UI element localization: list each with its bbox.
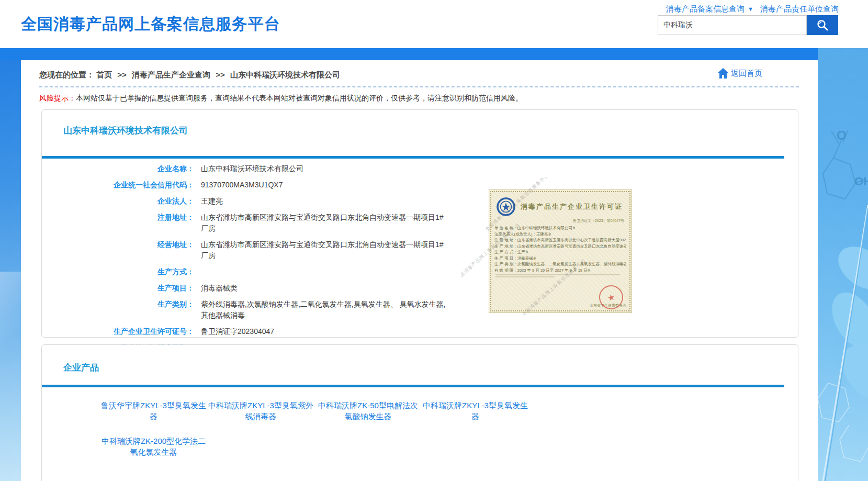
- certificate-header: 消毒产品生产企业卫生许可证: [494, 197, 626, 216]
- product-link[interactable]: 鲁沃华宇牌ZKYL-3型臭氧发生器: [100, 400, 207, 422]
- home-icon: [716, 67, 730, 80]
- field-row-production-mode: 生产方式：: [42, 264, 455, 280]
- panel-title-underline: [42, 385, 784, 387]
- company-panel-title: 山东中科瑞沃环境技术有限公司: [63, 125, 188, 137]
- page: O OH 全国消毒产品网上备案信息服务平台 消毒产品备案信息查询▼ 消毒产品责任…: [0, 0, 868, 481]
- company-panel: 山东中科瑞沃环境技术有限公司 企业名称：山东中科瑞沃环境技术有限公司 企业统一社…: [41, 109, 798, 338]
- field-row-production-project: 生产项目：消毒器械类: [42, 280, 455, 296]
- breadcrumb: 您现在的位置： 首页 >> 消毒产品生产企业查询 >> 山东中科瑞沃环境技术有限…: [39, 70, 340, 80]
- field-row-registered-address: 注册地址：山东省潍坊市高新区潍安路与宝通街交叉路口东北角自动变速器一期项目1#厂…: [42, 209, 455, 237]
- certificate-line: 生 产 类 别：次氯酸钠发生器、二氧化氯发生器、臭氧发生器、紫外线消毒器: [494, 261, 626, 267]
- svg-text:O: O: [837, 128, 847, 142]
- product-link[interactable]: 中科瑞沃牌ZKYL-3型臭氧紫外线消毒器: [207, 400, 314, 422]
- products-panel-title: 企业产品: [63, 362, 99, 374]
- breadcrumb-home[interactable]: 首页: [96, 70, 112, 79]
- search-icon: [816, 19, 829, 31]
- certificate-body: 消毒产品生产企业卫生许可证 鲁卫消证字（2023）第04047号 单 位 名 称…: [489, 189, 632, 313]
- search-input[interactable]: [658, 15, 807, 35]
- product-grid: 鲁沃华宇牌ZKYL-3型臭氧发生器 中科瑞沃牌ZKYL-3型臭氧紫外线消毒器 中…: [100, 400, 539, 471]
- certificate-title: 消毒产品生产企业卫生许可证: [521, 202, 623, 211]
- breadcrumb-separator: >>: [117, 70, 127, 79]
- site-title: 全国消毒产品网上备案信息服务平台: [21, 14, 280, 35]
- search-bar: [658, 15, 838, 35]
- certificate-number: 鲁卫消证字（2023）第04047号: [494, 218, 626, 223]
- chemistry-art: O OH: [818, 48, 868, 481]
- field-row-legal-person: 企业法人：王建亮: [42, 193, 455, 209]
- certificate-line: 注 册 地 址：山东省潍坊市高新区玉清东街以北中心次干道以西高新大厦902号科苑: [494, 237, 626, 243]
- breadcrumb-separator: >>: [216, 70, 225, 79]
- product-link[interactable]: 中科瑞沃牌ZK-200型化学法二氧化氯发生器: [100, 435, 207, 457]
- svg-text:OH: OH: [854, 175, 868, 188]
- header-blue-band: [0, 48, 868, 60]
- dashed-divider: [39, 86, 799, 87]
- nav-link-label: 消毒产品备案信息查询: [666, 4, 745, 13]
- search-button[interactable]: [807, 15, 838, 35]
- certificate-line: 有 效 期 限：2023 年 9 月 20 日至 2027 年 9 月 19 日…: [494, 267, 626, 274]
- certificate-fine-print: [494, 274, 626, 277]
- panel-title-underline: [42, 156, 784, 159]
- risk-notice: 风险提示：本网站仅基于已掌握的信息提供查询服务，查询结果不代表本网站对被查询对象…: [39, 94, 523, 103]
- risk-text: 本网站仅基于已掌握的信息提供查询服务，查询结果不代表本网站对被查询对象信用状况的…: [76, 94, 523, 102]
- breadcrumb-current: 山东中科瑞沃环境技术有限公司: [230, 70, 340, 79]
- top-nav: 消毒产品备案信息查询▼ 消毒产品责任单位查询: [666, 4, 839, 14]
- company-fields: 企业名称：山东中科瑞沃环境技术有限公司 企业统一社会信用代码：91370700M…: [42, 161, 455, 356]
- field-row-business-address: 经营地址：山东省潍坊市高新区潍安路与宝通街交叉路口东北角自动变速器一期项目1#厂…: [42, 237, 455, 264]
- field-row-license-number: 生产企业卫生许可证号：鲁卫消证字202304047: [42, 323, 455, 340]
- certificate-emblem-icon: [497, 197, 515, 216]
- certificate-line: 生 产 方 式：生产※: [494, 249, 626, 255]
- nav-link-record-info-query[interactable]: 消毒产品备案信息查询▼: [666, 4, 753, 14]
- product-link[interactable]: 中科瑞沃牌ZKYL-3型臭氧发生器: [422, 400, 529, 422]
- field-row-credit-code: 企业统一社会信用代码：91370700MA3M3U1QX7: [42, 177, 455, 193]
- certificate-line: 生 产 项 目：消毒器械※: [494, 255, 626, 262]
- products-panel: 企业产品 鲁沃华宇牌ZKYL-3型臭氧发生器 中科瑞沃牌ZKYL-3型臭氧紫外线…: [41, 344, 798, 481]
- certificate-line: 生 产 地 址：山东省潍坊市高新区潍安路与宝通街交叉路口东北角自动变速器一期: [494, 243, 626, 250]
- background-right-strip: O OH: [818, 48, 868, 481]
- breadcrumb-enterprise-query[interactable]: 消毒产品生产企业查询: [132, 70, 210, 79]
- field-row-production-category: 生产类别：紫外线消毒器,次氯酸钠发生器,二氧化氯发生器,臭氧发生器、 臭氧水发生…: [42, 296, 455, 323]
- risk-label: 风险提示：: [39, 94, 76, 102]
- background-left-strip: [0, 60, 21, 481]
- product-link[interactable]: 中科瑞沃牌ZK-50型电解法次氯酸钠发生器: [314, 400, 422, 422]
- content-area: 您现在的位置： 首页 >> 消毒产品生产企业查询 >> 山东中科瑞沃环境技术有限…: [21, 60, 818, 481]
- breadcrumb-prefix: 您现在的位置：: [39, 70, 94, 79]
- field-row-company-name: 企业名称：山东中科瑞沃环境技术有限公司: [42, 161, 455, 177]
- certificate-lines: 单 位 名 称：山东中科瑞沃环境技术有限公司※ 法定代表人(或负责人)：王建亮※…: [494, 225, 626, 273]
- chevron-down-icon: ▼: [748, 6, 753, 12]
- certificate-line: 法定代表人(或负责人)：王建亮※: [494, 231, 626, 238]
- back-home-link[interactable]: 返回首页: [716, 67, 762, 80]
- back-home-label: 返回首页: [731, 69, 762, 79]
- certificate-line: 单 位 名 称：山东中科瑞沃环境技术有限公司※: [494, 225, 626, 231]
- site-header: 全国消毒产品网上备案信息服务平台 消毒产品备案信息查询▼ 消毒产品责任单位查询: [0, 0, 868, 48]
- nav-link-responsible-unit-query[interactable]: 消毒产品责任单位查询: [760, 4, 839, 14]
- license-certificate-image: 消毒产品生产企业卫生许可证 鲁卫消证字（2023）第04047号 单 位 名 称…: [461, 177, 634, 317]
